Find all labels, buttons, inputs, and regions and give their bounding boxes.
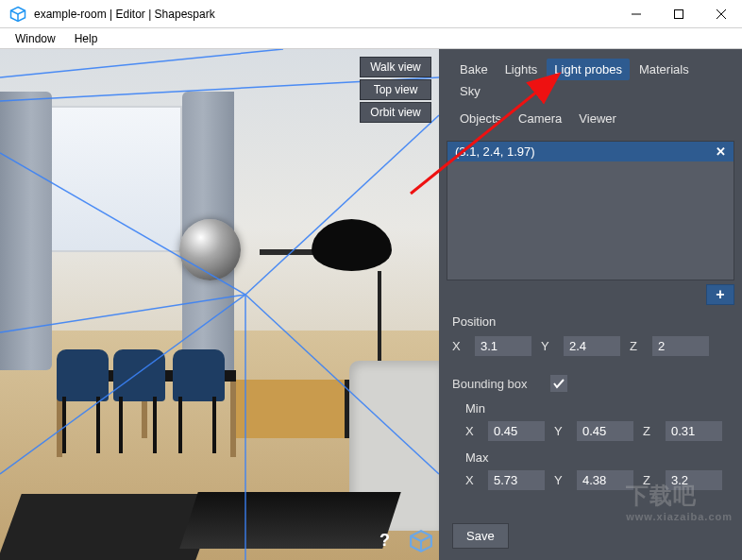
tab-viewer[interactable]: Viewer [571, 108, 624, 129]
help-button[interactable]: ? [372, 527, 397, 554]
light-probe-list[interactable]: (3.1, 2.4, 1.97) ✕ [447, 141, 734, 280]
viewport-3d[interactable]: Walk view Top view Orbit view ? [0, 49, 439, 560]
bbox-min-x-label: X [465, 424, 479, 438]
panel-tabs: Bake Lights Light probes Materials Sky O… [439, 49, 742, 135]
bbox-max-x-label: X [465, 473, 479, 487]
bbox-max-y-input[interactable] [577, 470, 633, 490]
check-icon [553, 378, 565, 389]
svg-line-6 [0, 49, 283, 77]
remove-probe-icon[interactable]: ✕ [716, 144, 726, 159]
position-z-input[interactable] [652, 336, 709, 356]
window-titlebar: example-room | Editor | Shapespark [0, 0, 742, 28]
scene-coffee-table [179, 492, 400, 549]
position-y-label: Y [541, 339, 554, 353]
shapespark-logo-icon[interactable] [409, 529, 433, 553]
walk-view-button[interactable]: Walk view [360, 57, 431, 77]
bbox-min-y-input[interactable] [577, 421, 633, 441]
view-mode-buttons: Walk view Top view Orbit view [360, 57, 431, 123]
save-button[interactable]: Save [452, 523, 509, 549]
add-probe-button[interactable]: + [706, 284, 734, 305]
window-minimize-button[interactable] [615, 0, 657, 28]
position-x-input[interactable] [475, 336, 531, 356]
position-section: Position X Y Z [439, 305, 742, 365]
bounding-box-checkbox[interactable] [550, 375, 567, 392]
side-panel: Bake Lights Light probes Materials Sky O… [439, 49, 742, 560]
top-view-button[interactable]: Top view [360, 79, 431, 100]
window-title: example-room | Editor | Shapespark [34, 8, 615, 21]
bounding-box-section: Bounding box Min X Y Z Max [439, 365, 742, 500]
bbox-min-z-label: Z [643, 424, 656, 438]
bbox-min-y-label: Y [554, 424, 567, 438]
light-probe-item[interactable]: (3.1, 2.4, 1.97) ✕ [447, 142, 734, 161]
bbox-max-block: Max X Y Z [465, 450, 731, 490]
tab-lights[interactable]: Lights [497, 59, 546, 80]
scene-chair [113, 349, 165, 401]
bbox-min-block: Min X Y Z [465, 401, 731, 441]
bbox-max-z-label: Z [643, 473, 656, 487]
tab-camera[interactable]: Camera [511, 108, 569, 129]
app-logo-icon [9, 6, 26, 23]
scene-chair [173, 349, 225, 401]
bounding-box-title: Bounding box [452, 377, 528, 391]
scene-chair [57, 349, 109, 401]
position-title: Position [452, 314, 731, 329]
window-maximize-button[interactable] [657, 0, 700, 28]
position-x-label: X [452, 339, 465, 353]
tab-light-probes[interactable]: Light probes [547, 59, 630, 80]
scene-window [45, 106, 182, 252]
scene-curtain-left [0, 92, 52, 370]
menubar: Window Help [0, 28, 742, 49]
viewport-footer: ? [372, 527, 433, 554]
light-probe-label: (3.1, 2.4, 1.97) [455, 144, 535, 159]
menu-window[interactable]: Window [6, 28, 65, 49]
scene-mirror-sphere [179, 219, 241, 280]
orbit-view-button[interactable]: Orbit view [360, 102, 431, 123]
bbox-max-x-input[interactable] [488, 470, 545, 490]
menu-help[interactable]: Help [65, 28, 108, 49]
svg-rect-3 [674, 9, 683, 18]
workspace: Walk view Top view Orbit view ? Bake Lig… [0, 49, 742, 560]
bbox-min-x-input[interactable] [488, 421, 545, 441]
position-z-label: Z [630, 339, 643, 353]
panel-footer: Save [439, 512, 742, 560]
tab-objects[interactable]: Objects [452, 108, 509, 129]
scene-table-leg [230, 382, 236, 457]
tab-sky[interactable]: Sky [452, 80, 488, 102]
bbox-min-label: Min [465, 401, 731, 416]
window-close-button[interactable] [700, 0, 742, 28]
bbox-max-y-label: Y [554, 473, 567, 487]
scene-floor-lamp [312, 219, 392, 271]
position-y-input[interactable] [564, 336, 620, 356]
bbox-min-z-input[interactable] [666, 421, 722, 441]
tab-materials[interactable]: Materials [632, 59, 697, 80]
bbox-max-label: Max [465, 450, 731, 465]
bbox-max-z-input[interactable] [666, 470, 722, 490]
tab-bake[interactable]: Bake [452, 59, 496, 80]
